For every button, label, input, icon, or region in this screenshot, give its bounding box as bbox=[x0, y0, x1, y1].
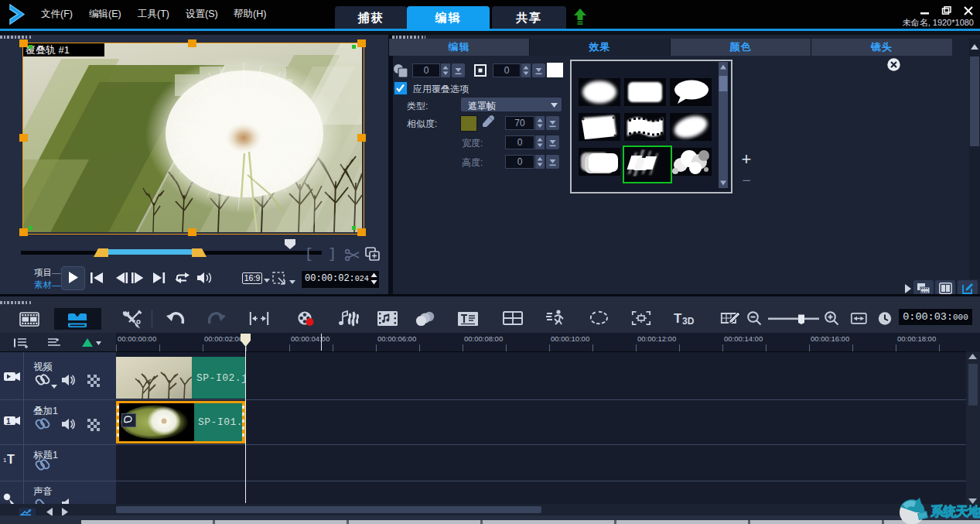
svg-text:T: T bbox=[7, 453, 15, 466]
svg-text:T: T bbox=[674, 311, 682, 326]
svg-text:1: 1 bbox=[6, 417, 11, 426]
svg-text:3D: 3D bbox=[682, 316, 695, 327]
